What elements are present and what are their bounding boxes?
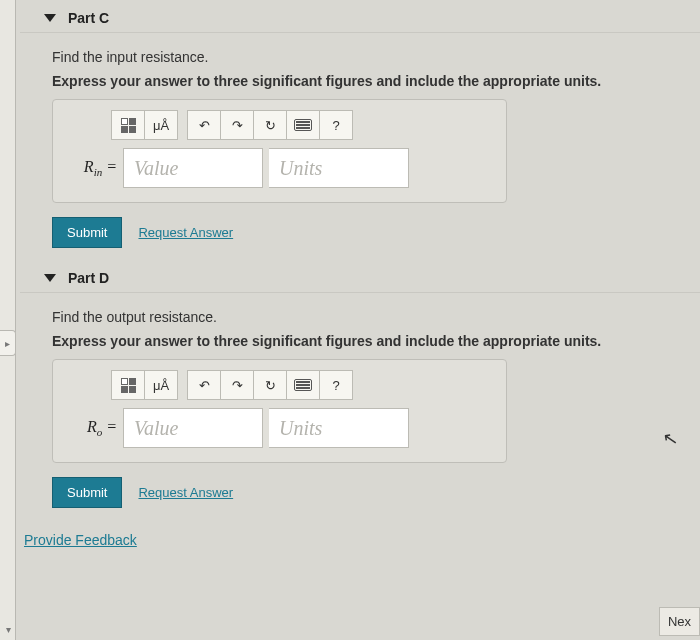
undo-button[interactable]: ↶ (187, 370, 221, 400)
request-answer-link[interactable]: Request Answer (138, 485, 233, 500)
answer-box: μÅ ↶ ↷ ↻ ? Rin = Value Units (52, 99, 507, 203)
undo-icon: ↶ (199, 118, 210, 133)
redo-icon: ↷ (232, 118, 243, 133)
variable-label: Rin = (75, 158, 117, 178)
part-C-header[interactable]: Part C (20, 0, 700, 33)
template-grid-icon (121, 378, 136, 393)
part-title: Part D (68, 270, 109, 286)
submit-button[interactable]: Submit (52, 477, 122, 508)
template-grid-icon (121, 118, 136, 133)
reset-icon: ↻ (265, 378, 276, 393)
redo-button[interactable]: ↷ (220, 110, 254, 140)
prompt-text: Find the output resistance. (52, 309, 684, 325)
value-input[interactable]: Value (123, 148, 263, 188)
reset-icon: ↻ (265, 118, 276, 133)
reset-button[interactable]: ↻ (253, 370, 287, 400)
templates-button[interactable] (111, 370, 145, 400)
help-label: ? (332, 378, 339, 393)
provide-feedback-link[interactable]: Provide Feedback (24, 532, 137, 548)
units-input[interactable]: Units (269, 148, 409, 188)
symbols-label: μÅ (153, 118, 169, 133)
scroll-down-icon[interactable]: ▾ (1, 622, 15, 636)
undo-button[interactable]: ↶ (187, 110, 221, 140)
help-button[interactable]: ? (319, 110, 353, 140)
submit-button[interactable]: Submit (52, 217, 122, 248)
part-title: Part C (68, 10, 109, 26)
expand-tab[interactable]: ▸ (0, 330, 16, 356)
symbols-button[interactable]: μÅ (144, 370, 178, 400)
reset-button[interactable]: ↻ (253, 110, 287, 140)
redo-icon: ↷ (232, 378, 243, 393)
part-D-header[interactable]: Part D (20, 260, 700, 293)
answer-box: μÅ ↶ ↷ ↻ ? Ro = Value Units (52, 359, 507, 463)
help-label: ? (332, 118, 339, 133)
instruction-text: Express your answer to three significant… (52, 73, 684, 89)
value-input[interactable]: Value (123, 408, 263, 448)
help-button[interactable]: ? (319, 370, 353, 400)
prompt-text: Find the input resistance. (52, 49, 684, 65)
instruction-text: Express your answer to three significant… (52, 333, 684, 349)
next-button[interactable]: Nex (659, 607, 700, 636)
variable-label: Ro = (75, 418, 117, 438)
undo-icon: ↶ (199, 378, 210, 393)
collapse-icon (44, 14, 56, 22)
redo-button[interactable]: ↷ (220, 370, 254, 400)
keyboard-button[interactable] (286, 370, 320, 400)
request-answer-link[interactable]: Request Answer (138, 225, 233, 240)
symbols-label: μÅ (153, 378, 169, 393)
keyboard-button[interactable] (286, 110, 320, 140)
keyboard-icon (294, 119, 312, 131)
symbols-button[interactable]: μÅ (144, 110, 178, 140)
keyboard-icon (294, 379, 312, 391)
units-input[interactable]: Units (269, 408, 409, 448)
collapse-icon (44, 274, 56, 282)
templates-button[interactable] (111, 110, 145, 140)
